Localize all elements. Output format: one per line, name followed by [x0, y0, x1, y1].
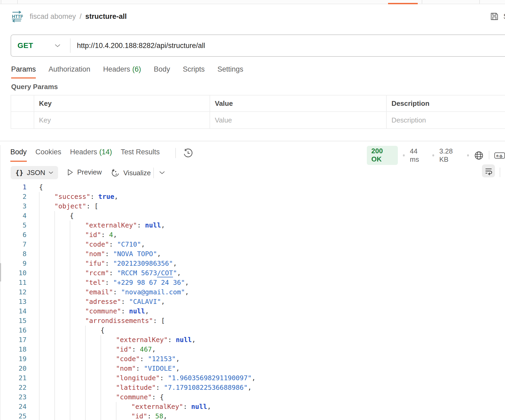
code-text: "tel": "+229 98 67 24 36",	[39, 278, 189, 287]
indent-guide	[39, 307, 54, 316]
url-input[interactable]: http://10.4.200.188:8282/api/structure/a…	[71, 42, 205, 50]
toolbar-right-divider	[500, 168, 500, 177]
line-number: 22	[2, 383, 27, 392]
indent-guide	[39, 373, 54, 383]
line-number: 1	[2, 182, 27, 192]
line-number: 15	[2, 316, 27, 326]
indent-guide	[70, 412, 85, 420]
tab-scripts[interactable]: Scripts	[183, 65, 205, 78]
indent-guide	[85, 364, 101, 373]
indent-guide	[39, 259, 54, 268]
indent-guide	[54, 335, 70, 345]
indent-guide	[70, 230, 85, 240]
indent-guide	[101, 392, 116, 402]
wrap-text-button[interactable]	[482, 164, 495, 177]
code-text: {	[39, 326, 105, 335]
code-line: 6"id": 4,	[2, 230, 505, 240]
request-response-divider[interactable]	[0, 141, 505, 141]
example-badge[interactable]: e.g.	[494, 152, 505, 159]
app-window: HTTP fiscad abomey / structure-all S GET	[0, 0, 505, 420]
response-size: 3.28 KB	[439, 147, 462, 164]
indent-guide	[54, 307, 70, 316]
code-line: 13"adresse": "CALAVI",	[2, 297, 505, 307]
sparkle-wand-icon	[110, 168, 120, 178]
breadcrumb-request-name[interactable]: structure-all	[85, 12, 127, 21]
code-line: 25"id": 58,	[2, 412, 505, 420]
save-button[interactable]: S	[490, 12, 505, 21]
indent-guide	[85, 373, 101, 383]
code-line: 21"longitude": "1.96035698291190097",	[2, 373, 505, 383]
code-text: "id": 58,	[39, 412, 167, 420]
indent-guide	[39, 230, 54, 240]
indent-guide	[54, 278, 70, 287]
indent-guide	[54, 354, 70, 364]
indent-guide	[39, 383, 54, 392]
headers-count-badge: (6)	[132, 65, 141, 73]
code-text: {	[39, 182, 43, 192]
format-dropdown[interactable]: {} JSON	[11, 166, 58, 179]
qp-select-column-header	[11, 95, 34, 112]
indent-guide	[39, 202, 54, 211]
indent-guide	[85, 402, 101, 412]
indent-guide	[70, 297, 85, 307]
code-text: "ifu": "2021230986356",	[39, 259, 177, 268]
code-line: 2"success": true,	[2, 192, 505, 202]
code-line: 16{	[2, 326, 505, 335]
left-scrollbar-thumb[interactable]	[0, 263, 1, 282]
response-tab-cookies[interactable]: Cookies	[36, 148, 62, 162]
indent-guide	[39, 412, 54, 420]
save-icon	[490, 12, 499, 21]
code-text: "adresse": "CALAVI",	[39, 297, 165, 307]
indent-guide	[54, 211, 70, 221]
response-body-json[interactable]: 1{2"success": true,3"object": [4{5"exter…	[2, 182, 505, 420]
globe-icon[interactable]	[474, 151, 484, 160]
dot-separator	[403, 154, 405, 156]
tab-params[interactable]: Params	[11, 65, 36, 78]
response-tab-body[interactable]: Body	[10, 148, 27, 162]
qp-description-input[interactable]	[391, 116, 505, 124]
code-text: "rccm": "RCCM 5673/COT",	[39, 268, 181, 278]
line-number: 25	[2, 412, 27, 420]
qp-value-input[interactable]	[215, 116, 378, 124]
code-line: 20"nom": "VIDOLE",	[2, 364, 505, 373]
code-line: 3"object": [	[2, 202, 505, 211]
breadcrumb-collection[interactable]: fiscad abomey	[30, 12, 76, 21]
indent-guide	[39, 354, 54, 364]
indent-guide	[70, 354, 85, 364]
indent-guide	[101, 354, 116, 364]
indent-guide	[101, 373, 116, 383]
qp-key-input[interactable]	[39, 116, 201, 124]
status-divider	[489, 151, 489, 159]
indent-guide	[39, 287, 54, 297]
indent-guide	[85, 383, 101, 392]
indent-guide	[116, 402, 131, 412]
chevron-down-icon[interactable]	[159, 171, 165, 174]
code-line: 17"externalKey": null,	[2, 335, 505, 345]
code-text: "id": 467,	[39, 345, 156, 354]
indent-guide	[70, 307, 85, 316]
code-line: 23"commune": {	[2, 392, 505, 402]
line-number: 19	[2, 354, 27, 364]
status-badge[interactable]: 200 OK	[367, 146, 398, 165]
tab-settings[interactable]: Settings	[217, 65, 243, 78]
visualize-button[interactable]: Visualize	[110, 168, 151, 178]
tab-headers[interactable]: Headers(6)	[103, 65, 141, 78]
code-text: "externalKey": null,	[39, 402, 211, 412]
code-line: 14"commune": null,	[2, 307, 505, 316]
response-time: 44 ms	[410, 147, 427, 164]
indent-guide	[85, 392, 101, 402]
format-label: JSON	[27, 169, 45, 177]
response-tab-test-results[interactable]: Test Results	[121, 148, 160, 162]
history-icon[interactable]	[183, 148, 193, 159]
preview-button[interactable]: Preview	[66, 168, 102, 176]
response-tab-headers[interactable]: Headers(14)	[70, 148, 112, 162]
code-line: 4{	[2, 211, 505, 221]
tab-body[interactable]: Body	[154, 65, 170, 78]
dot-separator	[467, 154, 469, 156]
indent-guide	[54, 364, 70, 373]
panel-left-edge	[0, 145, 1, 420]
dot-separator	[432, 154, 434, 156]
method-dropdown[interactable]: GET	[11, 35, 70, 56]
tab-authorization[interactable]: Authorization	[49, 65, 90, 78]
indent-guide	[54, 316, 70, 326]
